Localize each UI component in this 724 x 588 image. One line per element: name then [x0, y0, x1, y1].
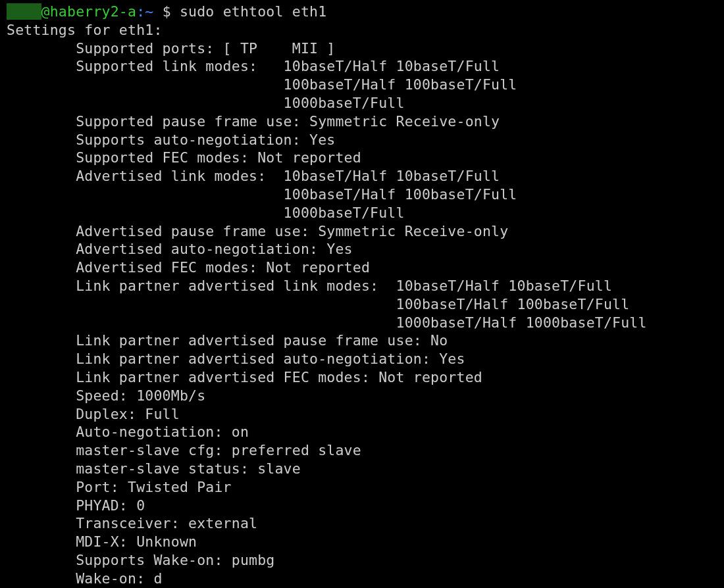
output-line: Link partner advertised pause frame use:… [7, 332, 448, 349]
output-line: Duplex: Full [7, 406, 180, 422]
output-line: Supported FEC modes: Not reported [7, 149, 361, 166]
prompt-host: @haberry2-a [41, 3, 137, 20]
output-line: Advertised link modes: 10baseT/Half 10ba… [7, 168, 500, 184]
terminal-window[interactable]: xxxx@haberry2-a:~ $ sudo ethtool eth1 Se… [0, 0, 724, 588]
output-line: Link partner advertised link modes: 10ba… [7, 278, 612, 294]
output-line: 100baseT/Half 100baseT/Full [7, 296, 629, 312]
output-line: Port: Twisted Pair [7, 479, 232, 495]
output-line: Settings for eth1: [7, 22, 163, 38]
output-line: Supported link modes: 10baseT/Half 10bas… [7, 58, 500, 74]
prompt-path: ~ [145, 3, 153, 20]
output-line: MDI-X: Unknown [7, 533, 197, 550]
prompt-user-redacted: xxxx [7, 3, 41, 20]
output-line: Advertised auto-negotiation: Yes [7, 241, 353, 257]
output-line: 1000baseT/Full [7, 205, 405, 221]
output-line: 100baseT/Half 100baseT/Full [7, 76, 517, 93]
output-line: Supports Wake-on: pumbg [7, 552, 274, 568]
output-line: Wake-on: d [7, 570, 163, 587]
output-line: Supported ports: [ TP MII ] [7, 40, 335, 57]
output-line: master-slave cfg: preferred slave [7, 442, 361, 458]
output-line: master-slave status: slave [7, 460, 301, 477]
output-line: Advertised FEC modes: Not reported [7, 259, 370, 276]
prompt-path-sep: : [136, 3, 145, 20]
output-line: Transceiver: external [7, 515, 257, 531]
output-line: Supported pause frame use: Symmetric Rec… [7, 113, 500, 130]
output-line: Link partner advertised auto-negotiation… [7, 351, 465, 367]
prompt-line: xxxx@haberry2-a:~ $ sudo ethtool eth1 [7, 3, 326, 20]
output-line: 100baseT/Half 100baseT/Full [7, 186, 517, 203]
output-line: Supports auto-negotiation: Yes [7, 132, 335, 148]
output-line: Auto-negotiation: on [7, 424, 249, 440]
output-line: 1000baseT/Half 1000baseT/Full [7, 314, 647, 331]
prompt-dollar: $ [153, 3, 179, 20]
output-line: Speed: 1000Mb/s [7, 387, 205, 404]
output-line: PHYAD: 0 [7, 497, 145, 514]
output-line: 1000baseT/Full [7, 95, 405, 111]
command-text: sudo ethtool eth1 [180, 3, 326, 20]
output-line: Link partner advertised FEC modes: Not r… [7, 369, 482, 385]
output-line: Advertised pause frame use: Symmetric Re… [7, 223, 508, 239]
